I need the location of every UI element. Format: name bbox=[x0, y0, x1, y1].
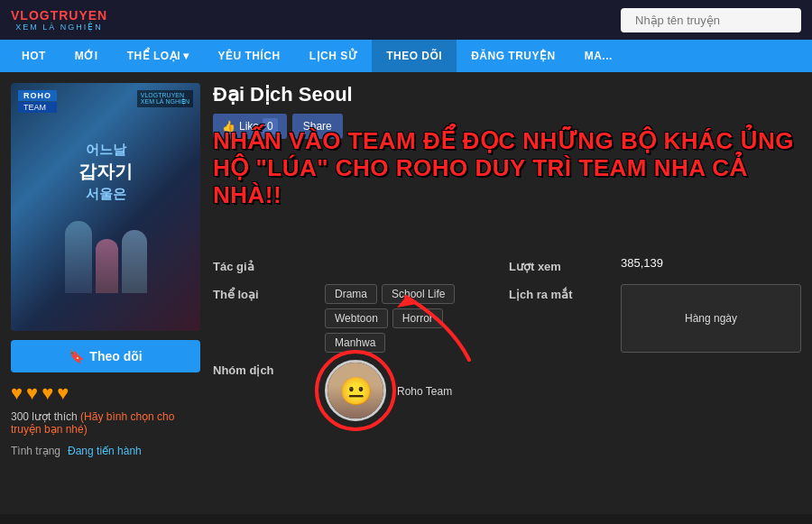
vlogtruyen-cover-badge: VLOGTRUYENXEM LÀ NGHIỆN bbox=[137, 90, 193, 107]
tag-webtoon[interactable]: Webtoon bbox=[325, 308, 388, 328]
roho-badge: ROHO bbox=[18, 90, 57, 101]
status-row: Tình trạng Đang tiến hành bbox=[11, 445, 200, 457]
announcement-overlay: NHẤN VÀO TEAM ĐỂ ĐỌC NHỮNG BỘ KHÁC ỦNG H… bbox=[213, 128, 801, 209]
follow-button[interactable]: 🔖 Theo dõi bbox=[11, 340, 200, 372]
tag-manhwa[interactable]: Manhwa bbox=[325, 333, 385, 353]
chevron-down-icon: ▾ bbox=[183, 50, 189, 62]
top-header: VLOGTRUYEN XEM LÀ NGHIỆN bbox=[0, 0, 812, 40]
nav-hot[interactable]: HOT bbox=[7, 40, 60, 72]
action-buttons: 👍 Like 0 Share bbox=[213, 114, 801, 139]
nav-bar: HOT MỚI THỂ LOẠI ▾ YÊU THÍCH LỊCH SỬ THE… bbox=[0, 40, 812, 72]
rating-hearts: ♥ ♥ ♥ ♥ bbox=[11, 382, 200, 405]
schedule-value: Hàng ngày bbox=[621, 284, 801, 353]
search-input[interactable] bbox=[621, 8, 801, 32]
heart-1: ♥ bbox=[11, 382, 23, 405]
like-count: 0 bbox=[263, 118, 278, 134]
translator-avatar[interactable]: 😐 bbox=[325, 360, 386, 421]
team-badge: TEAM bbox=[18, 102, 57, 113]
schedule-label: Lịch ra mắt bbox=[509, 284, 617, 353]
cover-team-label: ROHO TEAM bbox=[18, 90, 57, 113]
info-grid: Tác giả Lượt xem 385,139 Thể loại Drama … bbox=[213, 256, 801, 421]
tag-drama[interactable]: Drama bbox=[325, 284, 377, 304]
genre-label: Thể loại bbox=[213, 284, 321, 353]
left-column: ROHO TEAM VLOGTRUYENXEM LÀ NGHIỆN 어느날 갑자… bbox=[11, 83, 200, 503]
logo-tagline: XEM LÀ NGHIỆN bbox=[15, 23, 103, 32]
genre-tags: Drama School Life Webtoon Horror Manhwa bbox=[325, 284, 505, 353]
main-content: ROHO TEAM VLOGTRUYENXEM LÀ NGHIỆN 어느날 갑자… bbox=[0, 72, 812, 514]
translator-area: 😐 Roho Team bbox=[325, 360, 505, 421]
manga-title: Đại Dịch Seoul bbox=[213, 83, 801, 106]
nav-the-loai[interactable]: THỂ LOẠI ▾ bbox=[113, 40, 204, 72]
tag-school-life[interactable]: School Life bbox=[382, 284, 455, 304]
nav-moi[interactable]: MỚI bbox=[60, 40, 113, 72]
heart-2: ♥ bbox=[26, 382, 38, 405]
nav-lich-su[interactable]: LỊCH SỬ bbox=[295, 40, 373, 72]
status-value: Đang tiến hành bbox=[68, 445, 142, 457]
site-logo[interactable]: VLOGTRUYEN XEM LÀ NGHIỆN bbox=[11, 8, 107, 32]
status-label: Tình trạng bbox=[11, 445, 60, 457]
translator-name: Roho Team bbox=[397, 385, 452, 398]
like-button[interactable]: 👍 Like 0 bbox=[213, 114, 287, 139]
nav-yeu-thich[interactable]: YÊU THÍCH bbox=[204, 40, 295, 72]
tag-horror[interactable]: Horror bbox=[392, 308, 443, 328]
bookmark-icon: 🔖 bbox=[69, 349, 84, 363]
views-value: 385,139 bbox=[621, 256, 801, 277]
nav-theo-doi[interactable]: THEO DÕI bbox=[372, 40, 457, 72]
nav-ma[interactable]: MA... bbox=[570, 40, 627, 72]
heart-4: ♥ bbox=[57, 382, 69, 405]
logo-name: VLOGTRUYEN bbox=[11, 8, 107, 23]
author-value bbox=[325, 256, 505, 277]
thumbs-up-icon: 👍 bbox=[222, 120, 235, 133]
manga-cover: ROHO TEAM VLOGTRUYENXEM LÀ NGHIỆN 어느날 갑자… bbox=[11, 83, 200, 331]
share-button[interactable]: Share bbox=[292, 114, 343, 139]
likes-info: 300 lượt thích (Hãy bình chọn cho truyện… bbox=[11, 410, 200, 436]
announce-line-2: HỘ "LÚA" CHO ROHO DUY TRÌ TEAM NHA CẢ NH… bbox=[213, 155, 801, 209]
translator-label: Nhóm dịch bbox=[213, 360, 321, 421]
nav-dang-truyen[interactable]: ĐĂNG TRUYỆN bbox=[457, 40, 570, 72]
views-label: Lượt xem bbox=[509, 256, 617, 277]
right-column: Đại Dịch Seoul 👍 Like 0 Share NHẤN VÀO T… bbox=[213, 83, 801, 503]
heart-3: ♥ bbox=[42, 382, 53, 405]
author-label: Tác giả bbox=[213, 256, 321, 277]
